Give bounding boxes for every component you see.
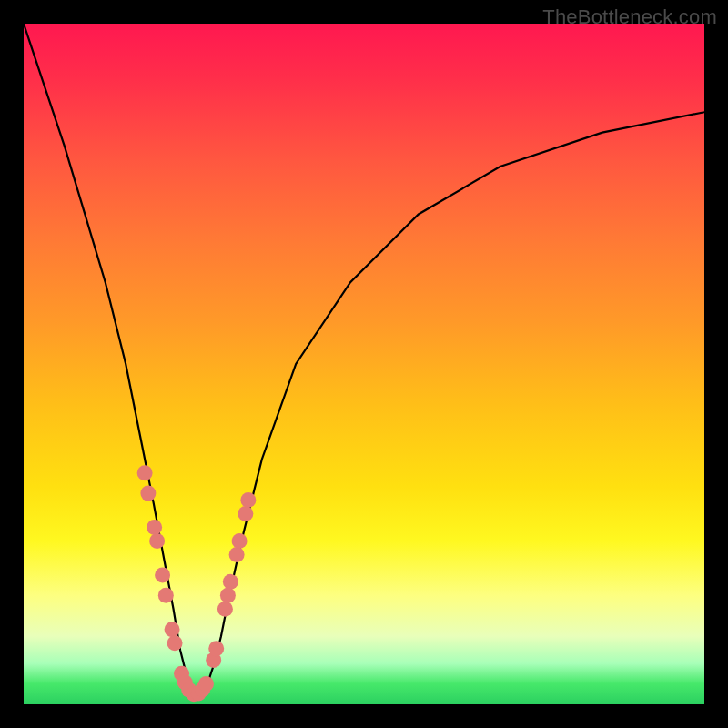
watermark-text: TheBottleneck.com <box>542 5 717 29</box>
curve-marker <box>165 622 180 637</box>
curve-marker <box>208 641 224 656</box>
curve-marker <box>220 588 236 603</box>
curve-marker <box>223 574 238 590</box>
curve-marker <box>238 506 253 521</box>
curve-marker <box>155 567 170 582</box>
curve-marker <box>240 492 256 508</box>
curve-marker <box>217 602 233 617</box>
curve-marker <box>147 520 162 535</box>
chart-canvas <box>24 24 704 704</box>
curve-marker <box>158 588 174 603</box>
curve-marker <box>229 547 245 562</box>
plot-area <box>24 24 704 704</box>
curve-marker <box>137 465 153 480</box>
curve-marker <box>167 635 183 651</box>
curve-marker <box>149 533 165 549</box>
bottleneck-curve <box>24 24 704 694</box>
curve-marker <box>140 486 156 501</box>
curve-markers <box>137 465 257 702</box>
curve-marker <box>198 676 214 692</box>
curve-marker <box>232 533 248 549</box>
